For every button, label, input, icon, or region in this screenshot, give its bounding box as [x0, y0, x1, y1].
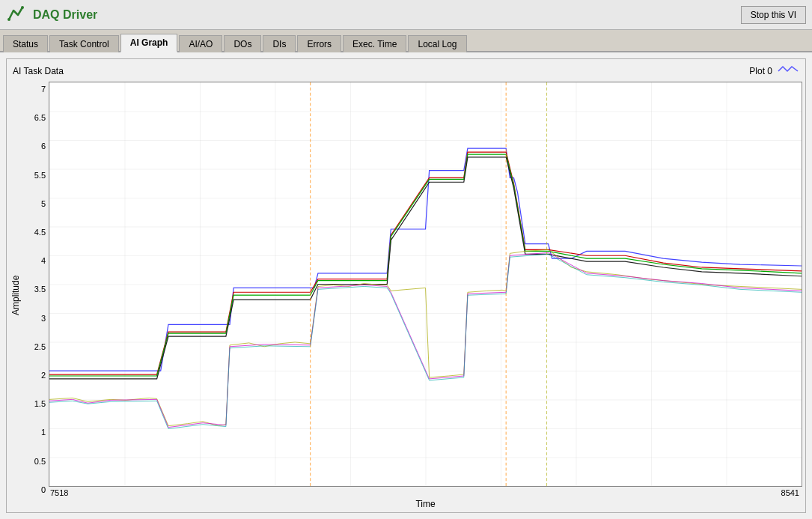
stop-button[interactable]: Stop this VI	[741, 6, 806, 24]
titlebar: DAQ Driver Stop this VI	[0, 0, 812, 30]
chart-header: AI Task Data Plot 0	[10, 62, 802, 82]
y-tick: 2	[41, 371, 46, 380]
plot-label: Plot 0	[749, 66, 772, 76]
main-content: AI Task Data Plot 0 Amplitude 7 6.5 6 5.	[0, 52, 812, 519]
y-tick: 1	[41, 428, 46, 437]
chart-title: AI Task Data	[13, 66, 64, 76]
x-axis-label: Time	[49, 499, 802, 509]
svg-point-0	[7, 18, 10, 21]
y-tick: 1.5	[34, 399, 46, 408]
x-tick-min: 7518	[50, 488, 68, 497]
chart-container: AI Task Data Plot 0 Amplitude 7 6.5 6 5.	[6, 58, 806, 513]
tab-task-control[interactable]: Task Control	[49, 35, 119, 52]
y-tick: 4.5	[34, 228, 46, 237]
tab-ai-ao[interactable]: AI/AO	[179, 35, 222, 52]
svg-point-1	[21, 6, 24, 9]
tab-dos[interactable]: DOs	[224, 35, 261, 52]
y-tick: 0	[41, 485, 46, 494]
chart-plot	[49, 82, 802, 487]
plot-icon	[777, 64, 799, 79]
tab-status[interactable]: Status	[3, 35, 48, 52]
y-tick: 5	[41, 199, 46, 208]
tab-local-log[interactable]: Local Log	[408, 35, 466, 52]
y-tick: 5.5	[34, 171, 46, 180]
x-tick-max: 8541	[781, 488, 799, 497]
tab-errors[interactable]: Errors	[297, 35, 341, 52]
tabbar: Status Task Control AI Graph AI/AO DOs D…	[0, 30, 812, 52]
plot-legend: Plot 0	[749, 64, 799, 79]
y-tick: 0.5	[34, 457, 46, 466]
y-tick: 7	[41, 85, 46, 94]
tab-ai-graph[interactable]: AI Graph	[120, 34, 178, 52]
y-tick: 6	[41, 142, 46, 151]
titlebar-left: DAQ Driver	[6, 4, 97, 25]
y-tick: 3	[41, 314, 46, 323]
logo-icon	[6, 4, 27, 25]
y-tick: 6.5	[34, 113, 46, 122]
tab-exec-time[interactable]: Exec. Time	[343, 35, 406, 52]
y-tick: 4	[41, 256, 46, 265]
y-tick: 3.5	[34, 285, 46, 294]
y-axis: 7 6.5 6 5.5 5 4.5 4 3.5 3 2.5 2 1.5 1 0.…	[22, 82, 49, 509]
app-title: DAQ Driver	[33, 8, 97, 22]
chart-area: Amplitude 7 6.5 6 5.5 5 4.5 4 3.5 3 2.5 …	[10, 82, 802, 509]
tab-dis[interactable]: DIs	[263, 35, 296, 52]
y-tick: 2.5	[34, 342, 46, 351]
chart-svg	[49, 82, 802, 486]
app: DAQ Driver Stop this VI Status Task Cont…	[0, 0, 812, 519]
y-axis-label: Amplitude	[10, 82, 22, 509]
